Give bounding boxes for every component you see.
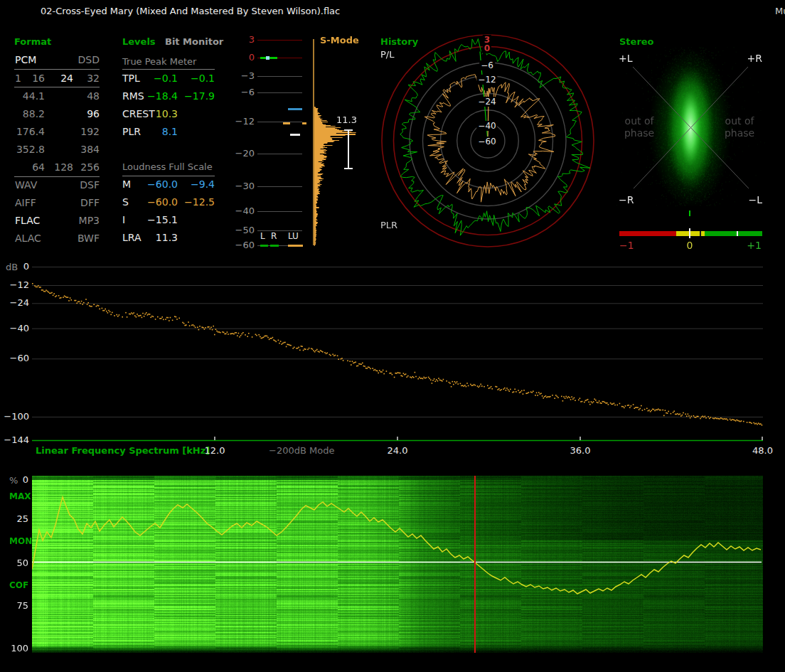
levels-value-rms-1: −17.9 [184,90,215,102]
format-option-aiff: AIFF [15,197,36,209]
meter-tick-label-−6: −6 [241,87,255,98]
spectrum-ylabel-−40: −40 [10,323,29,334]
tab-bit-monitor[interactable]: Bit Monitor [165,36,223,48]
format-option-96: 96 [87,108,100,120]
history-pl-label: P/L [380,49,394,60]
gonio-label-minus-r: −R [619,194,634,206]
levels-value-tpl-1: −0.1 [191,73,215,85]
levels-value-rms-0: −18.4 [147,90,178,102]
history-scale-label-−6: −6 [479,60,495,70]
meter-tick-label-−30: −30 [235,181,255,192]
meter-hold-mark-1 [283,122,291,124]
levels-value-i-0: −15.1 [147,214,178,226]
meter-hold-mark-3 [290,134,300,136]
meter-tick-label-−60: −60 [235,240,255,251]
levels-label-m: M [122,178,131,191]
meter-gridline-−50 [257,230,302,231]
history-panel-title: History [380,36,418,48]
format-option-352.8: 352.8 [16,144,45,156]
meter-tick-label-−50: −50 [235,225,255,236]
meter-bottom-segment-2 [288,245,303,247]
format-panel-title: Format [14,36,51,48]
gonio-label-plus-l: +L [619,53,633,65]
meter-tick-label-−20: −20 [235,148,255,159]
format-option-44.1: 44.1 [23,90,45,102]
meter-gridline-−6 [257,92,302,93]
format-divider-0 [14,69,100,70]
levels-value-tpl-0: −0.1 [154,73,178,85]
corr-white-tick [737,231,738,236]
meter-bottom-segment-0 [260,245,268,247]
spectrogram-axis-label-mon: MON [9,536,32,546]
levels-label-lra: LRA [122,232,141,244]
format-option-alac: ALAC [15,233,41,245]
format-option-64: 64 [32,161,45,174]
musicscope-app: 02-Cross-Eyed Mary (Mixed And Mastered B… [0,0,785,672]
format-option-384: 384 [80,144,100,156]
levels-heading-1: Loudness Full Scale [122,161,213,173]
spectrum-canvas [32,263,785,445]
smode-errorbar-cap-bottom [344,168,353,169]
format-option-176.4: 176.4 [16,126,45,138]
levels-value-s-0: −60.0 [147,196,178,208]
spectrogram-axis-label-25: 25 [16,513,28,525]
format-option-dff: DFF [80,197,100,209]
meter-gridline-−40 [257,211,302,212]
format-option-dsd: DSD [78,54,100,66]
meter-tick-label-−3: −3 [241,70,255,82]
levels-heading-0: True Peak Meter [122,56,196,68]
smode-value: 11.3 [336,114,357,126]
levels-label-plr: PLR [122,126,141,138]
levels-label-tpl: TPL [122,73,140,85]
stereo-panel-title: Stereo [619,36,654,48]
format-option-dsf: DSF [80,179,100,191]
meter-channel-r-label: R [271,231,277,241]
out-of-phase-left-label: out ofphase [624,115,654,139]
format-divider-2 [14,176,100,177]
levels-value-s-1: −12.5 [184,196,215,208]
history-scale-label-0: 0 [483,43,491,53]
meter-gridline-3 [257,40,302,41]
spectrogram-canvas[interactable] [32,476,763,653]
spectrogram-axis-label-max: MAX [9,491,31,501]
meter-gridline-−30 [257,186,302,187]
smode-errorbar-line [348,130,349,169]
levels-label-s: S [122,196,129,208]
corr-bar-segment-0 [619,231,676,236]
format-option-128: 128 [54,161,73,174]
spectrum-ylabel-−12: −12 [10,279,29,291]
meter-gridline-−12 [257,122,302,122]
history-plr-label: PLR [380,220,397,231]
levels-value-m-1: −9.4 [191,178,215,191]
format-option-pcm: PCM [15,54,36,66]
app-version-label: MusicScope 1.3.8 | www.xivero.com [775,6,785,17]
meter-hold-mark-0 [288,108,302,110]
format-option-48: 48 [87,90,100,102]
format-option-16: 16 [32,73,45,85]
meter-tick-label-0: 0 [249,52,255,63]
levels-divider-0 [122,69,215,70]
levels-value-plr-0: 8.1 [162,126,178,138]
format-option-wav: WAV [15,179,37,191]
meter-channel-l-label: L [260,231,265,241]
spectrum-unit-label: dB [6,262,18,273]
format-divider-1 [14,87,100,87]
spectrum-ylabel-−60: −60 [10,353,29,364]
meter-channel-lu-label: LU [288,231,299,241]
format-option-256: 256 [80,161,100,174]
tab-levels[interactable]: Levels [122,36,156,48]
levels-value-m-0: −60.0 [147,178,178,191]
corr-bar-segment-2 [705,231,762,236]
smode-errorbar-cap-top [344,129,353,131]
spectrum-xlabel-24.0: 24.0 [388,445,408,457]
levels-label-crest: CREST [122,108,155,120]
history-scale-label-−24: −24 [476,97,497,107]
spectrogram-axis-label-0: 0 [23,474,28,486]
spectrum-title: Linear Frequency Spectrum [kHz] [36,445,210,457]
meter-gridline-−3 [257,76,302,77]
format-option-192: 192 [80,126,100,138]
out-of-phase-right-label: out ofphase [725,115,754,139]
meter-tick-label-−12: −12 [235,116,255,127]
spectrum-ylabel-−100: −100 [4,411,29,422]
corr-zero-marker [689,228,691,238]
